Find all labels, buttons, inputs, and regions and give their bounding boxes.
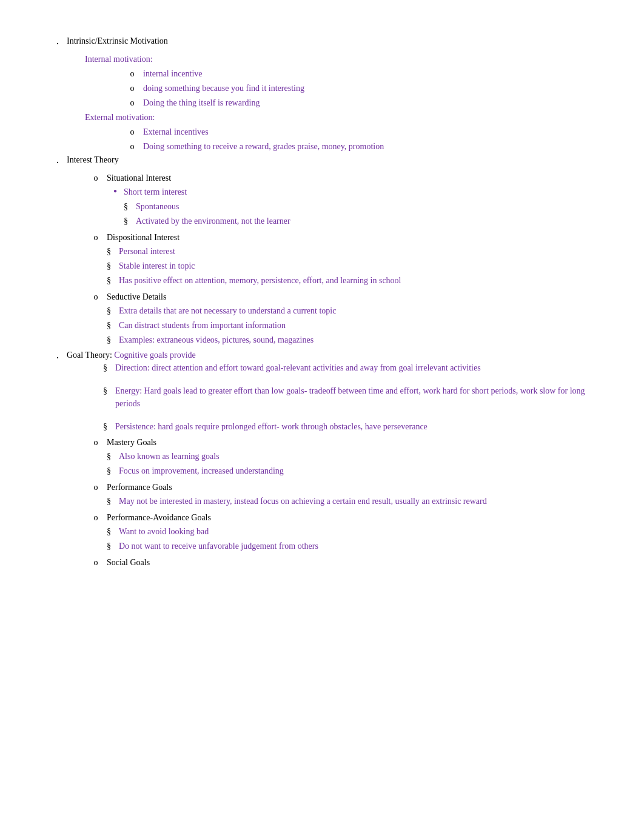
item-text: Doing something to receive a reward, gra… bbox=[143, 140, 595, 153]
situational-interest-section: o Situational Interest ● Short term inte… bbox=[49, 172, 595, 229]
dispositional-interest-section: o Dispositional Interest § Personal inte… bbox=[49, 231, 595, 289]
item-text: Persistence: hard goals require prolonge… bbox=[115, 420, 428, 433]
list-item: o Performance-Avoidance Goals § Want to … bbox=[85, 511, 595, 554]
internal-motivation-items: o internal incentive o doing something b… bbox=[85, 67, 595, 109]
goal-theory-label: Goal Theory: bbox=[67, 350, 114, 360]
internal-motivation-section: Internal motivation: o internal incentiv… bbox=[49, 53, 595, 109]
mastery-label: Mastery Goals bbox=[107, 438, 156, 447]
o-marker: o bbox=[121, 140, 143, 153]
o-marker: o bbox=[85, 481, 107, 494]
short-term-section: ● Short term interest § Spontaneous § Ac… bbox=[107, 186, 595, 227]
section-marker: § bbox=[107, 304, 119, 317]
section-marker: § bbox=[103, 361, 115, 374]
list-item: o internal incentive bbox=[121, 67, 595, 80]
section-marker: § bbox=[107, 245, 119, 258]
item-text: Spontaneous bbox=[136, 200, 179, 213]
list-item: § Energy: Hard goals lead to greater eff… bbox=[103, 384, 595, 410]
performance-goals-section: o Performance Goals § May not be interes… bbox=[49, 481, 595, 509]
list-item: o Doing something to receive a reward, g… bbox=[121, 140, 595, 153]
list-item: § Do not want to receive unfavorable jud… bbox=[107, 540, 595, 552]
section-marker: § bbox=[107, 450, 119, 463]
list-item: § Extra details that are not necessary t… bbox=[107, 304, 595, 317]
section-marker: § bbox=[107, 319, 119, 332]
o-marker: o bbox=[121, 67, 143, 80]
item-text: Want to avoid looking bad bbox=[119, 525, 209, 538]
item-text: Has positive effect on attention, memory… bbox=[119, 274, 401, 287]
list-item: § Also known as learning goals bbox=[107, 450, 595, 463]
list-item: o Doing the thing itself is rewarding bbox=[121, 96, 595, 109]
list-item: § Activated by the environment, not the … bbox=[124, 215, 595, 227]
o-marker: o bbox=[85, 231, 107, 244]
o-marker: o bbox=[85, 511, 107, 524]
section-marker: § bbox=[124, 200, 136, 213]
external-motivation-label: External motivation: bbox=[85, 111, 595, 124]
performance-avoidance-content: Performance-Avoidance Goals § Want to av… bbox=[107, 511, 595, 554]
bullet-marker: · bbox=[49, 350, 67, 366]
list-item: § Want to avoid looking bad bbox=[107, 525, 595, 538]
seductive-content: Seductive Details § Extra details that a… bbox=[107, 290, 595, 348]
dispositional-label: Dispositional Interest bbox=[107, 233, 179, 242]
item-text: doing something because you find it inte… bbox=[143, 82, 595, 95]
seductive-label: Seductive Details bbox=[107, 292, 166, 301]
item-text: Extra details that are not necessary to … bbox=[119, 304, 336, 317]
list-item: § Personal interest bbox=[107, 245, 595, 258]
o-marker: o bbox=[121, 82, 143, 95]
external-motivation-header: External motivation: bbox=[85, 111, 595, 124]
mastery-goals-section: o Mastery Goals § Also known as learning… bbox=[49, 436, 595, 479]
item-text: Examples: extraneous videos, pictures, s… bbox=[119, 334, 314, 346]
performance-avoidance-children: § Want to avoid looking bad § Do not wan… bbox=[107, 525, 595, 552]
performance-avoidance-label: Performance-Avoidance Goals bbox=[107, 513, 211, 522]
item-text: Direction: direct attention and effort t… bbox=[115, 361, 481, 374]
item-text: May not be interested in mastery, instea… bbox=[119, 495, 487, 508]
external-motivation-items: o External incentives o Doing something … bbox=[85, 126, 595, 153]
mastery-children: § Also known as learning goals § Focus o… bbox=[107, 450, 595, 477]
situational-interest-content: Situational Interest ● Short term intere… bbox=[107, 172, 595, 229]
list-item: § Direction: direct attention and effort… bbox=[103, 361, 595, 374]
item-text: Doing the thing itself is rewarding bbox=[143, 96, 595, 109]
short-term-children: § Spontaneous § Activated by the environ… bbox=[107, 200, 595, 227]
circle-marker: ● bbox=[107, 186, 124, 196]
mastery-content: Mastery Goals § Also known as learning g… bbox=[107, 436, 595, 479]
list-item: § Focus on improvement, increased unders… bbox=[107, 464, 595, 477]
performance-children: § May not be interested in mastery, inst… bbox=[107, 495, 595, 508]
dispositional-children: § Personal interest § Stable interest in… bbox=[107, 245, 595, 287]
internal-motivation-header: Internal motivation: bbox=[85, 53, 595, 65]
section-marker: § bbox=[103, 384, 115, 397]
o-marker: o bbox=[85, 290, 107, 303]
section-marker: § bbox=[107, 260, 119, 272]
section-marker: § bbox=[107, 495, 119, 508]
short-term-label: Short term interest bbox=[124, 186, 187, 198]
goal-theory-suffix: Cognitive goals provide bbox=[114, 350, 196, 360]
bullet-marker: · bbox=[49, 36, 67, 52]
performance-label: Performance Goals bbox=[107, 483, 172, 492]
item-text: Energy: Hard goals lead to greater effor… bbox=[115, 384, 595, 410]
list-item: o External incentives bbox=[121, 126, 595, 138]
list-item: o Social Goals bbox=[85, 556, 595, 569]
list-item: o Situational Interest ● Short term inte… bbox=[85, 172, 595, 229]
list-item: o Dispositional Interest § Personal inte… bbox=[85, 231, 595, 289]
goal-theory-content: Goal Theory: Cognitive goals provide § D… bbox=[67, 350, 595, 435]
situational-interest-label: Situational Interest bbox=[107, 173, 171, 183]
item-text: Activated by the environment, not the le… bbox=[136, 215, 290, 227]
short-term-item: ● Short term interest bbox=[107, 186, 595, 198]
list-item: o Performance Goals § May not be interes… bbox=[85, 481, 595, 509]
social-goals-section: o Social Goals bbox=[49, 556, 595, 569]
list-item: o Seductive Details § Extra details that… bbox=[85, 290, 595, 348]
o-marker: o bbox=[85, 436, 107, 449]
bullet-marker: · bbox=[49, 155, 67, 170]
list-item: § Can distract students from important i… bbox=[107, 319, 595, 332]
performance-avoidance-section: o Performance-Avoidance Goals § Want to … bbox=[49, 511, 595, 554]
item-text: Do not want to receive unfavorable judge… bbox=[119, 540, 318, 552]
o-marker: o bbox=[121, 96, 143, 109]
list-item: § Has positive effect on attention, memo… bbox=[107, 274, 595, 287]
social-goals-label: Social Goals bbox=[107, 556, 150, 569]
list-item: o doing something because you find it in… bbox=[121, 82, 595, 95]
item-label: Interest Theory bbox=[67, 155, 119, 165]
o-marker: o bbox=[85, 172, 107, 184]
section-marker: § bbox=[103, 420, 115, 433]
section-marker: § bbox=[124, 215, 136, 227]
section-marker: § bbox=[107, 540, 119, 552]
dispositional-content: Dispositional Interest § Personal intere… bbox=[107, 231, 595, 289]
list-item: § Spontaneous bbox=[124, 200, 595, 213]
list-item: · Goal Theory: Cognitive goals provide §… bbox=[49, 350, 595, 435]
